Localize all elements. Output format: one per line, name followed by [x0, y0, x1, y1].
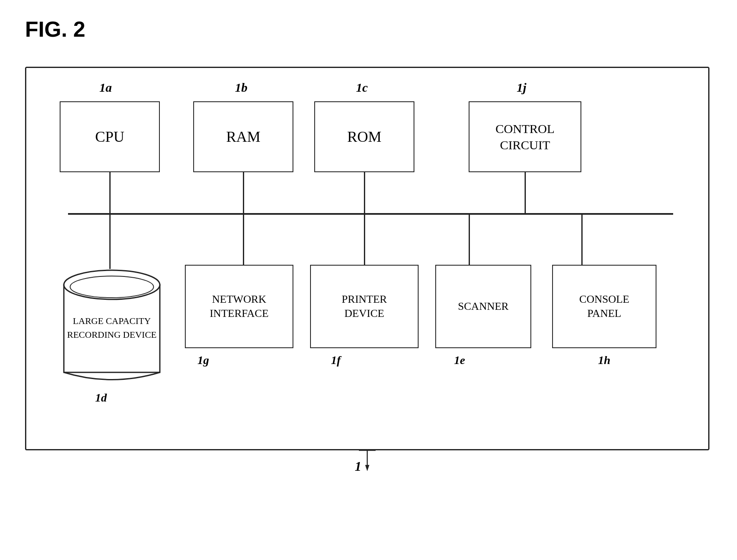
printer-connector-top	[364, 215, 365, 265]
ref-label-1f: 1f	[331, 354, 341, 367]
svg-point-1	[64, 270, 160, 299]
ref-label-1a: 1a	[99, 80, 112, 95]
ram-box: RAM	[193, 101, 293, 172]
network-interface-box: NETWORK INTERFACE	[185, 265, 293, 348]
system-boundary: 1a 1b 1c 1j CPU RAM ROM CONTROL CIRCUIT	[25, 67, 709, 450]
storage-connector-top	[109, 215, 111, 269]
rom-connector	[364, 172, 365, 214]
printer-device-box: PRINTER DEVICE	[310, 265, 419, 348]
control-circuit-connector	[525, 172, 526, 214]
ram-connector	[243, 172, 244, 214]
scanner-connector-top	[469, 215, 470, 265]
cpu-box: CPU	[60, 101, 160, 172]
storage-label: LARGE CAPACITY RECORDING DEVICE	[56, 314, 168, 342]
ref-label-1b: 1b	[235, 80, 247, 95]
ref-label-1h: 1h	[598, 354, 611, 367]
system-bracket	[355, 450, 380, 473]
network-connector-top	[243, 215, 244, 265]
control-circuit-box: CONTROL CIRCUIT	[469, 101, 581, 172]
console-connector-top	[581, 215, 583, 265]
ref-label-1d: 1d	[95, 391, 107, 404]
ref-label-1g: 1g	[197, 354, 209, 367]
rom-box: ROM	[314, 101, 414, 172]
console-panel-box: CONSOLE PANEL	[552, 265, 656, 348]
figure-title: FIG. 2	[25, 17, 85, 42]
scanner-box: SCANNER	[435, 265, 531, 348]
ref-label-1c: 1c	[356, 80, 368, 95]
storage-cylinder: LARGE CAPACITY RECORDING DEVICE	[56, 264, 168, 387]
ref-label-1j: 1j	[517, 80, 526, 95]
cpu-connector	[109, 172, 111, 214]
svg-marker-5	[365, 465, 369, 471]
ref-label-1e: 1e	[454, 354, 465, 367]
